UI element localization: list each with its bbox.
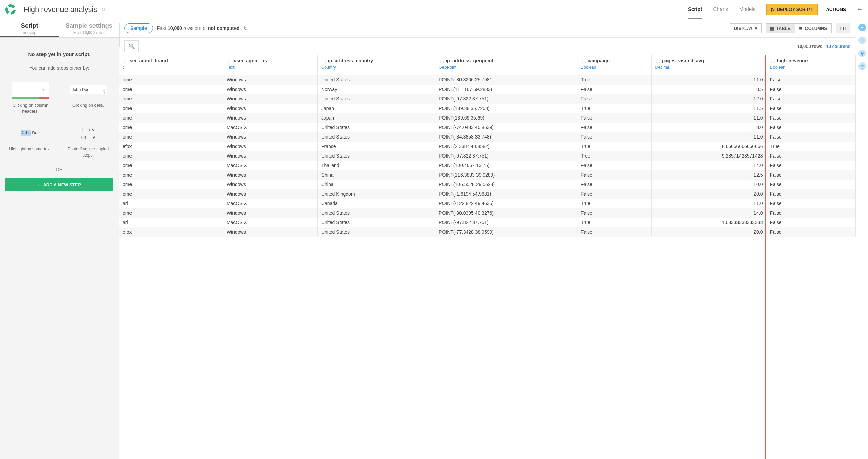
- table-cell[interactable]: POINT(139.69 35.69): [435, 113, 577, 123]
- table-cell[interactable]: False: [766, 94, 856, 104]
- table-cell[interactable]: False: [766, 189, 856, 199]
- table-row[interactable]: ariMacOS XCanadaPOINT(-122.822 49.4635)T…: [119, 199, 856, 208]
- table-cell[interactable]: Japan: [317, 104, 435, 113]
- table-cell[interactable]: Windows: [223, 189, 317, 199]
- tab-charts[interactable]: Charts: [713, 0, 728, 19]
- table-row[interactable]: omeWindowsUnited StatesPOINT(-80.3206 25…: [119, 75, 856, 85]
- table-cell[interactable]: ome: [119, 170, 223, 180]
- info-icon[interactable]: i: [858, 37, 866, 44]
- table-cell[interactable]: efox: [119, 142, 223, 151]
- table-cell[interactable]: China: [317, 180, 435, 189]
- table-row[interactable]: omeWindowsUnited StatesPOINT(-84.3858 33…: [119, 132, 856, 142]
- table-cell[interactable]: True: [577, 218, 652, 227]
- table-cell[interactable]: 8.0: [652, 123, 766, 132]
- table-row[interactable]: omeWindowsJapanPOINT(139.38 35.7208)True…: [119, 104, 856, 113]
- table-cell[interactable]: False: [577, 208, 652, 218]
- column-count-value[interactable]: 10 columns: [826, 44, 850, 49]
- table-cell[interactable]: False: [577, 161, 652, 170]
- table-row[interactable]: omeWindowsChinaPOINT(116.3883 39.9289)Fa…: [119, 170, 856, 180]
- table-cell[interactable]: 11.0: [652, 75, 766, 85]
- table-cell[interactable]: 12.0: [652, 94, 766, 104]
- table-cell[interactable]: ome: [119, 161, 223, 170]
- table-cell[interactable]: Norway: [317, 85, 435, 94]
- table-cell[interactable]: False: [766, 132, 856, 142]
- table-row[interactable]: omeWindowsUnited StatesPOINT(-97.822 37.…: [119, 151, 856, 161]
- table-cell[interactable]: 9.28571428571428: [652, 151, 766, 161]
- table-cell[interactable]: False: [766, 227, 856, 237]
- table-cell[interactable]: Windows: [223, 94, 317, 104]
- table-cell[interactable]: United States: [317, 208, 435, 218]
- sidebar-tab-sample-settings[interactable]: Sample settings First 10,000 rows: [59, 19, 119, 37]
- refresh-icon[interactable]: ↻: [244, 25, 248, 31]
- table-cell[interactable]: Windows: [223, 151, 317, 161]
- table-row[interactable]: omeWindowsJapanPOINT(139.69 35.69)False1…: [119, 113, 856, 123]
- table-cell[interactable]: United States: [317, 151, 435, 161]
- table-cell[interactable]: False: [766, 170, 856, 180]
- table-cell[interactable]: False: [577, 94, 652, 104]
- table-cell[interactable]: United States: [317, 75, 435, 85]
- table-cell[interactable]: ome: [119, 85, 223, 94]
- table-row[interactable]: ariMacOS XUnited StatesPOINT(-97.822 37.…: [119, 218, 856, 227]
- table-cell[interactable]: POINT(116.3883 39.9289): [435, 170, 577, 180]
- table-cell[interactable]: False: [766, 75, 856, 85]
- table-row[interactable]: omeWindowsNorwayPOINT(11.1167 59.2833)Fa…: [119, 85, 856, 94]
- display-dropdown[interactable]: DISPLAY ▾: [730, 23, 762, 33]
- table-cell[interactable]: ome: [119, 113, 223, 123]
- table-cell[interactable]: True: [577, 151, 652, 161]
- table-cell[interactable]: ari: [119, 218, 223, 227]
- table-cell[interactable]: POINT(-77.3428 38.9599): [435, 227, 577, 237]
- table-cell[interactable]: Windows: [223, 75, 317, 85]
- chart-button[interactable]: ⫾⫿⫾: [836, 23, 850, 33]
- column-header-high_revenue[interactable]: ⋮⋮high_revenueBoolean: [766, 55, 856, 72]
- table-cell[interactable]: False: [766, 161, 856, 170]
- table-cell[interactable]: POINT(-84.3858 33.748): [435, 132, 577, 142]
- sidebar-collapse-handle[interactable]: [119, 23, 120, 47]
- table-cell[interactable]: False: [577, 113, 652, 123]
- column-header-campaign[interactable]: ⋮⋮campaignBoolean: [577, 55, 652, 72]
- table-cell[interactable]: True: [577, 75, 652, 85]
- search-input[interactable]: 🔍: [124, 40, 139, 52]
- table-cell[interactable]: 10.0: [652, 180, 766, 189]
- table-cell[interactable]: False: [766, 180, 856, 189]
- table-cell[interactable]: 14.0: [652, 208, 766, 218]
- sample-button[interactable]: Sample: [124, 23, 153, 33]
- table-row[interactable]: omeWindowsUnited KingdomPOINT(-1.6194 54…: [119, 189, 856, 199]
- history-icon[interactable]: ◷: [858, 62, 866, 70]
- reload-icon[interactable]: ↻: [101, 7, 105, 12]
- table-cell[interactable]: MacOS X: [223, 161, 317, 170]
- add-new-step-button[interactable]: + ADD A NEW STEP: [5, 178, 113, 191]
- table-cell[interactable]: Canada: [317, 199, 435, 208]
- table-cell[interactable]: False: [577, 227, 652, 237]
- table-cell[interactable]: 8.5: [652, 85, 766, 94]
- table-cell[interactable]: POINT(-80.3206 25.7981): [435, 75, 577, 85]
- table-cell[interactable]: ome: [119, 151, 223, 161]
- columns-view-button[interactable]: ≣ COLUMNS: [795, 24, 831, 33]
- table-cell[interactable]: United States: [317, 218, 435, 227]
- table-cell[interactable]: ome: [119, 75, 223, 85]
- table-cell[interactable]: Thailand: [317, 161, 435, 170]
- table-cell[interactable]: False: [766, 151, 856, 161]
- table-cell[interactable]: Windows: [223, 170, 317, 180]
- table-cell[interactable]: False: [766, 199, 856, 208]
- table-cell[interactable]: Windows: [223, 132, 317, 142]
- table-cell[interactable]: False: [766, 85, 856, 94]
- table-cell[interactable]: ome: [119, 123, 223, 132]
- table-cell[interactable]: 8.66666666666666: [652, 142, 766, 151]
- table-cell[interactable]: 11.5: [652, 104, 766, 113]
- table-cell[interactable]: 20.0: [652, 227, 766, 237]
- table-cell[interactable]: False: [766, 218, 856, 227]
- table-cell[interactable]: POINT(2.3387 48.8582): [435, 142, 577, 151]
- table-cell[interactable]: 20.0: [652, 189, 766, 199]
- table-cell[interactable]: POINT(139.38 35.7208): [435, 104, 577, 113]
- table-cell[interactable]: POINT(-74.0483 40.8639): [435, 123, 577, 132]
- table-cell[interactable]: efox: [119, 227, 223, 237]
- table-cell[interactable]: France: [317, 142, 435, 151]
- tab-models[interactable]: Models: [739, 0, 756, 19]
- table-cell[interactable]: ari: [119, 199, 223, 208]
- table-cell[interactable]: False: [766, 113, 856, 123]
- table-cell[interactable]: 10.8333333333333: [652, 218, 766, 227]
- table-cell[interactable]: POINT(-97.822 37.751): [435, 218, 577, 227]
- table-cell[interactable]: Windows: [223, 180, 317, 189]
- table-cell[interactable]: POINT(11.1167 59.2833): [435, 85, 577, 94]
- table-cell[interactable]: True: [577, 142, 652, 151]
